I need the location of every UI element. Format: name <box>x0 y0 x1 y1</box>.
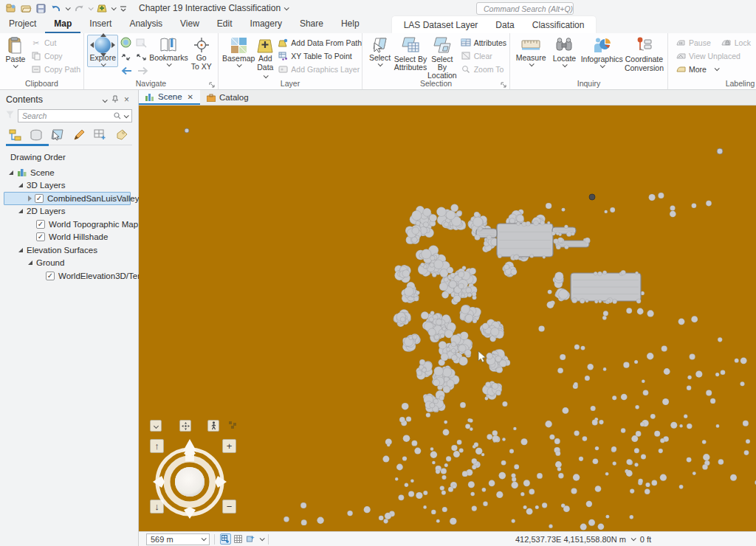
project-title[interactable]: Chapter 19 Interactive Classification <box>139 3 288 13</box>
layer-visibility-checkbox[interactable]: ✓ <box>35 194 44 203</box>
contents-search-chevron-icon[interactable] <box>124 113 129 118</box>
tree-item-scene[interactable]: Scene <box>6 166 132 179</box>
ribbon-tab-edit[interactable]: Edit <box>208 16 241 33</box>
view-unplaced-button[interactable]: View Unplaced <box>676 50 751 61</box>
pause-labeling-button[interactable]: Pause <box>676 37 711 48</box>
layer-visibility-checkbox[interactable]: ✓ <box>46 272 55 280</box>
scale-select[interactable]: 569 m <box>146 533 210 545</box>
expander-icon[interactable] <box>18 248 23 252</box>
grid-icon[interactable] <box>233 533 244 545</box>
attributes-button[interactable]: Attributes <box>461 37 506 48</box>
navigate-dialog-launcher-icon[interactable] <box>209 80 216 87</box>
open-project-icon[interactable] <box>19 1 33 15</box>
redo-dropdown-icon[interactable] <box>87 1 94 15</box>
go-to-xy-button[interactable]: GoTo XY <box>188 35 215 72</box>
fixed-zoom-in-icon[interactable] <box>120 52 131 64</box>
compass-control[interactable] <box>144 435 236 526</box>
view-tab-scene[interactable]: Scene✕ <box>139 90 200 105</box>
expander-icon[interactable] <box>28 260 32 265</box>
zoom-to-selection-icon[interactable] <box>136 37 147 50</box>
list-by-editing-icon[interactable] <box>72 128 86 142</box>
full-control-icon[interactable] <box>179 420 191 432</box>
explore-button[interactable]: Explore <box>87 35 118 67</box>
scene-viewport[interactable]: ↑ + ↓ − <box>139 106 756 531</box>
xy-table-to-point-button[interactable]: XY Table To Point <box>278 50 362 61</box>
tree-item-combinedsanluisvalley-lasd[interactable]: ✓CombinedSanLuisValley.lasd <box>6 192 132 205</box>
redo-icon[interactable] <box>72 1 86 15</box>
scene-options-icon[interactable] <box>245 533 256 545</box>
tree-item-elevation-surfaces[interactable]: Elevation Surfaces <box>6 243 132 257</box>
layer-visibility-checkbox[interactable]: ✓ <box>36 232 45 241</box>
previous-extent-icon[interactable] <box>120 66 133 77</box>
paste-button[interactable]: Paste <box>3 35 28 69</box>
ribbon-tab-help[interactable]: Help <box>332 16 368 33</box>
ribbon-tab-imagery[interactable]: Imagery <box>241 16 291 33</box>
customize-qat-icon[interactable] <box>118 1 128 15</box>
expander-icon[interactable] <box>9 170 13 175</box>
expander-icon[interactable] <box>18 183 23 187</box>
add-data-icon[interactable] <box>95 1 109 15</box>
ribbon-tab-view[interactable]: View <box>171 16 208 33</box>
list-by-labeling-icon[interactable] <box>114 128 129 142</box>
add-data-from-path-button[interactable]: Add Data From Path <box>278 37 362 48</box>
ribbon-tab-project[interactable]: Project <box>0 16 45 33</box>
add-data-button[interactable]: Add Data <box>255 35 275 80</box>
ribbon-tab-insert[interactable]: Insert <box>80 16 120 33</box>
command-search-input[interactable]: Command Search (Alt+Q) <box>476 2 574 15</box>
expander-icon[interactable] <box>28 196 32 201</box>
at-full-extent-icon[interactable] <box>120 37 131 50</box>
pane-close-icon[interactable]: × <box>121 94 132 105</box>
tree-item-2d-layers[interactable]: 2D Layers <box>6 205 132 218</box>
undo-icon[interactable] <box>49 1 63 15</box>
tree-item-ground[interactable]: Ground <box>6 257 132 270</box>
list-by-source-icon[interactable] <box>29 128 44 142</box>
filter-icon[interactable] <box>6 111 14 121</box>
copy-path-button[interactable]: Copy Path <box>31 63 80 75</box>
save-project-icon[interactable] <box>35 1 48 15</box>
ribbon-tab-map[interactable]: Map <box>45 16 80 33</box>
select-by-location-button[interactable]: Select By Location <box>427 35 458 80</box>
select-button[interactable]: Select <box>365 35 394 67</box>
ribbon-tab-analysis[interactable]: Analysis <box>120 16 171 33</box>
selection-dialog-launcher-icon[interactable] <box>501 80 507 87</box>
infographics-button[interactable]: Infographics <box>580 35 624 69</box>
walk-mode-icon[interactable] <box>207 420 219 432</box>
add-data-dropdown-icon[interactable] <box>110 1 117 15</box>
tree-item-3d-layers[interactable]: 3D Layers <box>6 179 132 193</box>
list-by-drawing-order-icon[interactable] <box>7 128 22 142</box>
pane-pin-icon[interactable] <box>109 95 121 104</box>
tree-item-worldelevation3d-terrain3d[interactable]: ✓WorldElevation3D/Terrain3D <box>6 269 132 283</box>
bookmarks-button[interactable]: Bookmarks <box>149 35 188 67</box>
coordinate-readout[interactable]: 412,537.73E 4,151,558.80N m <box>515 535 626 544</box>
tree-item-world-topographic-map[interactable]: ✓World Topographic Map <box>6 218 132 231</box>
lock-labeling-button[interactable]: Lock <box>721 37 751 48</box>
ribbon-tab-classification[interactable]: Classification <box>523 18 594 33</box>
ribbon-tab-share[interactable]: Share <box>291 16 332 33</box>
list-by-selection-icon[interactable] <box>50 128 65 142</box>
tree-item-world-hillshade[interactable]: ✓World Hillshade <box>6 231 132 244</box>
coordinate-conversion-button[interactable]: CoordinateConversion <box>624 35 664 73</box>
view-tab-catalog[interactable]: Catalog <box>200 90 255 105</box>
ribbon-tab-data[interactable]: Data <box>487 18 523 33</box>
coordinate-units-chevron-icon[interactable] <box>631 536 636 541</box>
collapse-navigator-icon[interactable] <box>150 420 162 432</box>
basemap-button[interactable]: Basemap <box>221 35 255 68</box>
layer-visibility-checkbox[interactable]: ✓ <box>36 220 45 229</box>
more-labeling-button[interactable]: More <box>676 63 751 75</box>
status-options-chevron-icon[interactable] <box>260 536 265 541</box>
snapping-toggle-icon[interactable] <box>220 533 231 545</box>
ribbon-tab-las-dataset-layer[interactable]: LAS Dataset Layer <box>395 18 487 33</box>
clear-selection-button[interactable]: Clear <box>461 50 506 61</box>
contents-search-input[interactable]: Search <box>18 109 132 122</box>
copy-button[interactable]: Copy <box>31 50 80 61</box>
next-extent-icon[interactable] <box>137 66 149 77</box>
zoom-to-selection-button[interactable]: Zoom To <box>461 63 506 75</box>
new-project-icon[interactable] <box>4 1 18 15</box>
expander-icon[interactable] <box>18 209 23 213</box>
measure-button[interactable]: Measure <box>513 35 549 67</box>
select-by-attributes-button[interactable]: Select By Attributes <box>394 35 427 72</box>
add-graphics-layer-button[interactable]: Add Graphics Layer <box>278 63 362 75</box>
close-view-icon[interactable]: ✕ <box>188 93 193 101</box>
locate-button[interactable]: Locate <box>549 35 580 68</box>
cut-button[interactable]: ✂Cut <box>31 37 80 48</box>
